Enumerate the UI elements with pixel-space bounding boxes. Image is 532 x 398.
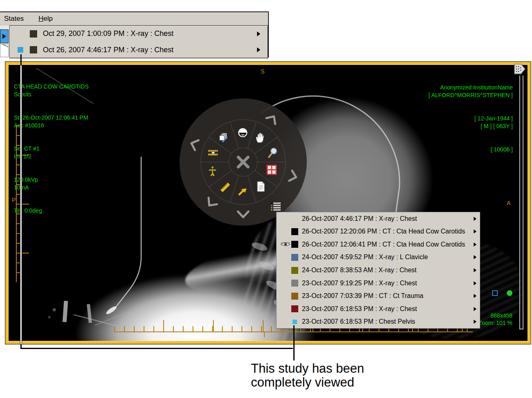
menu-item-study[interactable]: Oct 26, 2007 4:46:17 PM : X-ray : Chest xyxy=(10,42,268,58)
study-color-swatch xyxy=(291,280,298,287)
series-color-swatch xyxy=(30,46,37,53)
callout-line xyxy=(20,65,22,344)
study-menu-item[interactable]: 23-Oct-2007 9:19:25 PM : X-ray : Chest xyxy=(277,277,480,290)
study-color-swatch xyxy=(291,241,298,248)
report-document-icon[interactable] xyxy=(255,181,266,192)
study-color-swatch xyxy=(291,267,298,274)
viewer-window-fragment: States Help Oct 29, 2007 1:00:09 PM : X-… xyxy=(0,11,269,58)
study-menu-item[interactable]: 23-Oct-2007 6:18:53 PM : Chest Pelvis xyxy=(277,316,480,329)
window-level-icon[interactable] xyxy=(237,127,248,138)
toolbar-thumbnail[interactable] xyxy=(0,44,9,57)
stow-handle-icon[interactable] xyxy=(514,63,525,75)
submenu-arrow-icon xyxy=(257,47,260,52)
viewed-marker xyxy=(18,47,23,53)
submenu-arrow-icon xyxy=(474,242,477,247)
radial-tool-menu[interactable] xyxy=(179,98,307,226)
orientation-marker-superior: S xyxy=(261,68,264,75)
submenu-arrow-icon xyxy=(474,307,477,311)
image-canvas[interactable]: CTA HEAD COW CAROTIDSScouts St: 26-Oct-2… xyxy=(9,65,528,341)
play-arrow-icon xyxy=(2,34,6,39)
orientation-marker-posterior: P xyxy=(12,197,16,203)
dicom-overlay-left: CTA HEAD COW CAROTIDSScouts St: 26-Oct-2… xyxy=(14,67,89,230)
viewed-marker xyxy=(293,320,297,324)
toolbar-edge xyxy=(0,25,9,58)
submenu-arrow-icon xyxy=(474,217,477,221)
study-color-swatch xyxy=(291,293,298,300)
study-context-menu: 26-Oct-2007 4:46:17 PM : X-ray : Chest 2… xyxy=(276,212,480,329)
study-menu-item[interactable]: 24-Oct-2007 8:38:53 AM : X-ray : Chest xyxy=(277,264,480,277)
dicom-overlay-patient: Anonymized InstitutionName[ ALFORD^MORRI… xyxy=(428,68,513,169)
measure-ruler-icon[interactable] xyxy=(220,182,231,193)
dicom-overlay-status: 888x458Zoom: 101 % 1 (lossless)W: 499 L:… xyxy=(476,297,512,341)
menu-states[interactable]: States xyxy=(2,14,25,24)
stack-scroll-icon[interactable] xyxy=(218,132,228,143)
study-menu-item[interactable]: 26-Oct-2007 4:46:17 PM : X-ray : Chest xyxy=(277,212,480,225)
study-list-icon[interactable] xyxy=(270,202,281,211)
series-color-swatch xyxy=(30,30,37,38)
pointer-arrow-icon[interactable] xyxy=(237,187,248,198)
states-dropdown-menu: Oct 29, 2007 1:00:09 PM : X-ray : Chest … xyxy=(9,25,268,58)
study-menu-item[interactable]: 23-Oct-2007 6:18:53 PM : X-ray : Chest xyxy=(277,302,480,316)
eye-icon xyxy=(281,241,291,248)
loaded-dot-icon xyxy=(507,290,512,296)
study-menu-item[interactable]: 23-Oct-2007 7:03:39 PM : CT : Ct Trauma xyxy=(277,289,480,302)
toolbar-button[interactable] xyxy=(0,29,9,43)
study-menu-item[interactable]: 26-Oct-2007 12:20:06 PM : CT : Cta Head … xyxy=(277,225,480,238)
pan-hand-icon[interactable] xyxy=(255,132,265,143)
submenu-arrow-icon xyxy=(257,31,260,36)
selection-square-icon xyxy=(492,290,498,296)
submenu-arrow-icon xyxy=(474,320,477,324)
study-menu-item[interactable]: 26-Oct-2007 12:06:41 PM : CT : Cta Head … xyxy=(277,238,480,251)
menubar: States Help xyxy=(0,12,268,25)
image-viewport-frame: CTA HEAD COW CAROTIDSScouts St: 26-Oct-2… xyxy=(5,61,531,345)
layout-grid-icon[interactable] xyxy=(266,165,277,175)
study-color-swatch xyxy=(291,228,298,235)
study-color-swatch xyxy=(291,215,298,222)
orientation-marker-anterior: A xyxy=(507,200,510,206)
study-color-swatch xyxy=(291,254,298,261)
image-state-indicators xyxy=(492,290,512,296)
table-tool-icon[interactable] xyxy=(208,147,218,158)
menu-item-study[interactable]: Oct 29, 2007 1:00:09 PM : X-ray : Chest xyxy=(10,26,268,42)
viewport-scrollbar[interactable] xyxy=(519,76,523,329)
zoom-magnifier-icon[interactable] xyxy=(268,147,278,158)
submenu-arrow-icon xyxy=(474,255,477,259)
submenu-arrow-icon xyxy=(474,281,477,285)
callout-line xyxy=(293,325,295,360)
submenu-arrow-icon xyxy=(474,268,477,272)
patient-orientation-icon[interactable] xyxy=(207,166,218,176)
study-menu-item[interactable]: 24-Oct-2007 4:59:52 PM : X-ray : L Clavi… xyxy=(277,251,480,264)
menu-help[interactable]: Help xyxy=(37,14,54,24)
study-color-swatch xyxy=(291,305,298,312)
submenu-arrow-icon xyxy=(474,294,477,298)
submenu-arrow-icon xyxy=(474,229,477,233)
callout-caption: This study has been completely viewed xyxy=(251,362,364,389)
callout-line xyxy=(20,348,293,349)
callout-line xyxy=(20,54,22,65)
